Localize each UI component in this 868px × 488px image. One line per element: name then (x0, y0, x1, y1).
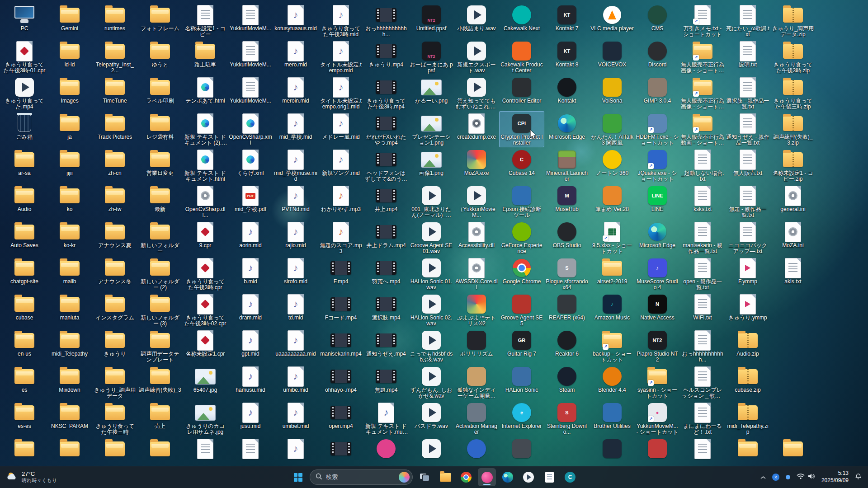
desktop-icon[interactable]: ♪MuseScore Studio 4 (635, 256, 680, 292)
desktop-icon[interactable]: es (2, 364, 47, 400)
desktop-icon[interactable]: 65407.jpg (183, 364, 228, 400)
desktop-icon[interactable]: Cakewalk Next (499, 3, 544, 39)
desktop-icon[interactable]: ♪kotusytuaaus.mid (273, 3, 318, 39)
desktop-icon[interactable]: airset2-2019 (590, 256, 635, 292)
desktop-icon[interactable]: 名称未設定1 - コピー (183, 3, 228, 39)
desktop-icon[interactable] (92, 436, 137, 466)
desktop-icon[interactable]: ksks.txt (680, 183, 725, 220)
desktop-icon[interactable]: Activation Manager (454, 400, 499, 436)
desktop-icon[interactable]: ♪タイトル未設定.tempo.orig1.mid (318, 75, 363, 111)
desktop-icon[interactable]: NT2Piapro Studio NT2 (635, 328, 680, 364)
desktop-icon[interactable]: 最新 (137, 183, 183, 220)
desktop-icon[interactable]: Fコード.mp4 (318, 292, 363, 328)
desktop-icon[interactable]: 無人販売.txt (725, 147, 770, 183)
desktop-icon[interactable]: 001_東北きりたん(ノーマル)_今じゃ... (409, 183, 454, 220)
desktop-icon[interactable]: 画像1.png (409, 147, 454, 183)
desktop-icon[interactable]: アナウンス夏 (92, 220, 137, 256)
desktop-icon[interactable]: ヘルスコンプレッション＿歌詞.txt (680, 364, 725, 400)
desktop-icon[interactable]: Microsoft Edge (635, 220, 680, 256)
desktop-icon[interactable]: runtimes (92, 3, 137, 39)
desktop-icon[interactable]: ポリリリズム (454, 328, 499, 364)
desktop-icon[interactable]: 孤独なインディーゲーム開発者の一生... (454, 364, 499, 400)
desktop-icon[interactable]: manisekarin.mp4 (318, 328, 363, 364)
task-view-button[interactable] (415, 468, 434, 486)
desktop-icon[interactable]: Gemini (47, 3, 92, 39)
desktop-icon[interactable]: インスタグラム (92, 292, 137, 328)
desktop-icon[interactable]: TimeTune (92, 75, 137, 111)
notification-button[interactable] (852, 471, 864, 483)
desktop-icon[interactable]: きゅうり_調声用データ (92, 364, 137, 400)
desktop-icon[interactable] (590, 436, 635, 466)
desktop-icon[interactable]: こっでもhdsbf dsbぶ&.wav (409, 328, 454, 364)
desktop-icon[interactable]: ♪sirofo.mid (273, 256, 318, 292)
desktop-icon[interactable]: midi_Telepathy.zip (725, 400, 770, 436)
desktop-icon[interactable]: WIFI.txt (680, 292, 725, 328)
desktop-icon[interactable]: レジ袋有料 (137, 111, 183, 147)
desktop-icon[interactable]: ♪ (273, 436, 318, 466)
desktop-icon[interactable]: 通知うぜえ.mp4 (363, 328, 409, 364)
desktop-icon[interactable]: 説明.txt (725, 39, 770, 75)
desktop-icon[interactable]: 無題 - 親作品一覧.txt (725, 183, 770, 220)
desktop-icon[interactable]: ↗無人販売不正行為画像 - ショートカッ... (680, 39, 725, 75)
desktop-icon[interactable]: ko-kr (47, 220, 92, 256)
desktop-icon[interactable]: 死にたい_ω歌詞.txt (725, 3, 770, 39)
desktop-icon[interactable]: NT2Untitled.ppsf (409, 3, 454, 39)
desktop-icon[interactable]: まにまにわーるど！.txt (680, 400, 725, 436)
desktop-icon[interactable]: GIMP 3.0.4 (635, 75, 680, 111)
desktop-icon[interactable]: くらげ.xml (228, 147, 273, 183)
desktop-icon[interactable]: ♪mero.mid (273, 39, 318, 75)
desktop-icon[interactable]: きゅうりのカコレ用サムネ.jpg (183, 400, 228, 436)
desktop-icon[interactable]: ぷよぷよ™テトリス®2 (454, 292, 499, 328)
desktop-icon[interactable]: きゅうり食ってた午後三時.zip (770, 75, 816, 111)
tray-app-button-1[interactable]: × (769, 472, 782, 483)
desktop-icon[interactable]: OpenCvSharp.dll... (183, 183, 228, 220)
desktop-icon[interactable]: 選択肢 - 親作品一覧.txt (725, 75, 770, 111)
desktop-icon[interactable]: KTKontakt 8 (544, 39, 590, 75)
desktop-icon[interactable]: 筆まめ Ver.28 (590, 183, 635, 220)
desktop-icon[interactable]: プレゼンテーション1.png (409, 111, 454, 147)
desktop-icon[interactable]: general.ini (770, 183, 816, 220)
taskbar-search[interactable]: 検索 (310, 469, 413, 485)
desktop-icon[interactable]: NT2おーばーまにあ.ppsf (409, 39, 454, 75)
desktop-icon[interactable]: 売上 (137, 400, 183, 436)
desktop-icon[interactable]: きゅうり食ってた午後3時.mp4 (363, 75, 409, 111)
desktop-icon[interactable]: VOICEVOX (590, 39, 635, 75)
weather-widget[interactable]: 27°C 晴れ時々くもり (0, 466, 63, 488)
desktop-icon[interactable]: ↗syasinn - ショートカット (635, 364, 680, 400)
desktop-icon[interactable]: 調声練習(失敗)_3 (137, 364, 183, 400)
desktop-icon[interactable]: Accessibility.dll (454, 220, 499, 256)
desktop-icon[interactable]: Groove Agent SE 5 (499, 292, 544, 328)
music-app-button[interactable] (478, 468, 496, 486)
desktop-icon[interactable]: きゅうり食ってた午後3時.zip (770, 39, 816, 75)
desktop-icon[interactable]: Microsoft Edge (544, 111, 590, 147)
desktop-icon[interactable]: Mixdown (47, 364, 92, 400)
desktop-icon[interactable]: F.mp4 (318, 256, 363, 292)
desktop-icon[interactable]: ↗無人販売不正行為動画 - ショートカット (680, 111, 725, 147)
desktop-icon[interactable]: OpenCvSharp.xml (228, 111, 273, 147)
desktop-icon[interactable]: ohhayo-.mp4 (318, 364, 363, 400)
desktop-icon[interactable]: Groove Agent SE 01.wav (409, 220, 454, 256)
desktop-icon[interactable]: CCubase 14 (499, 147, 544, 183)
desktop-icon[interactable]: Audio.zip (725, 328, 770, 364)
desktop-icon[interactable]: ♪Amazon Music (590, 292, 635, 328)
desktop-icon[interactable] (363, 436, 409, 466)
desktop-icon[interactable] (725, 436, 770, 466)
desktop-icon[interactable]: ♪td.mid (273, 292, 318, 328)
desktop-icon[interactable]: Auto Saves (2, 220, 47, 256)
desktop-icon[interactable]: ♪新規ソング.mid (318, 147, 363, 183)
desktop-icon[interactable]: Cakewalk Product Center (499, 39, 544, 75)
desktop-icon[interactable]: 名称未設定1.cpr (183, 328, 228, 364)
desktop-icon[interactable]: midi_Telepathy (47, 328, 92, 364)
desktop-icon[interactable]: ↗JQuake.exe - ショートカット (635, 147, 680, 183)
desktop-icon[interactable]: en-us (2, 328, 47, 364)
desktop-icon[interactable] (228, 436, 273, 466)
desktop-icon[interactable]: GeForce Experience (499, 220, 544, 256)
desktop-icon[interactable]: Discord (635, 39, 680, 75)
desktop-icon[interactable]: ノートン 360 (590, 147, 635, 183)
desktop-icon[interactable]: おっhhhhhhhhhhh... (363, 3, 409, 39)
desktop-icon[interactable]: ゆうと (137, 39, 183, 75)
desktop-icon[interactable]: 井上.mp4 (363, 183, 409, 220)
file-explorer-button[interactable] (436, 468, 454, 486)
desktop-icon[interactable] (635, 436, 680, 466)
desktop-icon[interactable] (47, 436, 92, 466)
